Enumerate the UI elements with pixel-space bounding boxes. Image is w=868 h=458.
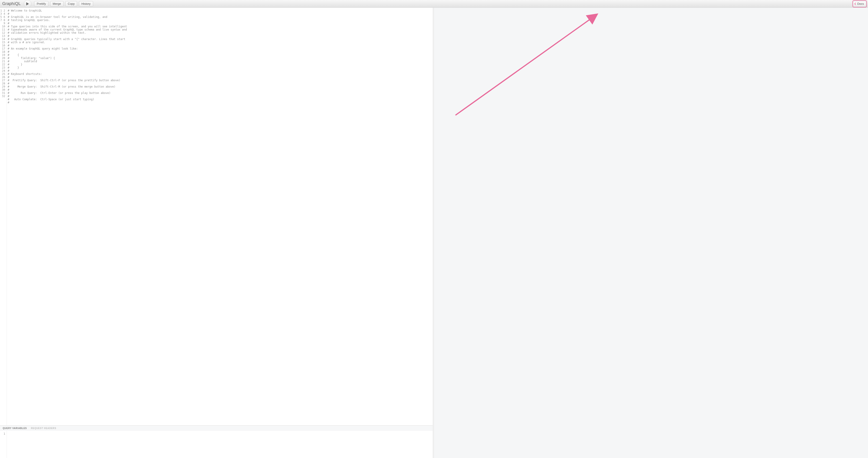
secondary-editor-tabs: QUERY VARIABLES REQUEST HEADERS xyxy=(0,425,433,431)
tab-query-variables[interactable]: QUERY VARIABLES xyxy=(3,427,27,429)
variables-code[interactable] xyxy=(7,431,433,458)
topbar: GraphiQL Prettify Merge Copy History Doc… xyxy=(0,0,868,8)
play-icon xyxy=(26,2,29,5)
variables-gutter: 1 xyxy=(0,431,7,458)
docs-button[interactable]: Docs xyxy=(853,1,866,7)
docs-label: Docs xyxy=(857,2,864,5)
execute-button[interactable] xyxy=(24,0,31,8)
copy-button[interactable]: Copy xyxy=(65,1,77,6)
merge-button[interactable]: Merge xyxy=(50,1,64,6)
annotation-arrow xyxy=(454,12,599,116)
tab-request-headers[interactable]: REQUEST HEADERS xyxy=(31,427,56,429)
query-gutter: 1 2 3 4 5 6 7 8 9 10 11 12 13 14 15 16 1… xyxy=(0,8,7,425)
chevron-left-icon xyxy=(855,2,856,5)
variables-editor[interactable]: 1 xyxy=(0,431,433,458)
prettify-button[interactable]: Prettify xyxy=(34,1,48,6)
query-editor[interactable]: 1 2 3 4 5 6 7 8 9 10 11 12 13 14 15 16 1… xyxy=(0,8,433,425)
main: 1 2 3 4 5 6 7 8 9 10 11 12 13 14 15 16 1… xyxy=(0,8,868,458)
query-code[interactable]: # Welcome to GraphiQL # # GraphiQL is an… xyxy=(7,8,433,425)
result-pane xyxy=(434,8,868,458)
editor-column: 1 2 3 4 5 6 7 8 9 10 11 12 13 14 15 16 1… xyxy=(0,8,434,458)
svg-line-0 xyxy=(456,15,597,115)
history-button[interactable]: History xyxy=(79,1,93,6)
app-title: GraphiQL xyxy=(2,1,22,6)
